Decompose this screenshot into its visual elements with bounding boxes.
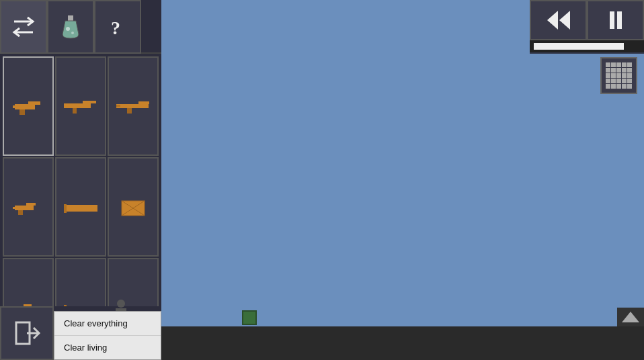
- grid-dot: [611, 62, 616, 67]
- svg-rect-5: [28, 101, 40, 105]
- svg-rect-18: [18, 210, 23, 215]
- weapon-cell-3[interactable]: [108, 56, 159, 156]
- rewind-icon: [547, 11, 570, 30]
- shotgun-icon: [63, 197, 99, 216]
- weapon-cell-4[interactable]: [3, 157, 54, 257]
- svg-rect-7: [13, 105, 17, 108]
- weapon-cell-1[interactable]: [3, 56, 54, 156]
- svg-rect-9: [83, 101, 96, 103]
- person-head: [117, 300, 125, 308]
- svg-rect-14: [127, 108, 132, 114]
- swap-icon: [11, 15, 36, 39]
- svg-point-2: [71, 32, 74, 34]
- weapon-cell-2[interactable]: [55, 56, 106, 156]
- exit-icon: [12, 318, 42, 348]
- pause-bar-2: [617, 11, 622, 29]
- svg-rect-8: [64, 103, 91, 108]
- help-button[interactable]: ?: [94, 0, 141, 54]
- grid-dot: [622, 79, 627, 83]
- svg-rect-0: [68, 15, 73, 21]
- ground: [161, 326, 644, 360]
- grid-dot: [622, 62, 627, 67]
- potion-button[interactable]: [47, 0, 94, 54]
- svg-rect-12: [116, 104, 149, 108]
- grid-toggle-button[interactable]: [600, 57, 637, 94]
- svg-text:?: ?: [111, 17, 120, 38]
- grid-dot: [627, 84, 632, 89]
- grid-icon: [606, 62, 632, 89]
- grid-dot: [606, 73, 610, 78]
- progress-bar-container: [530, 40, 644, 52]
- grid-dot: [622, 84, 627, 89]
- potion-icon: [60, 14, 81, 40]
- rewind-arrow-2: [559, 11, 570, 30]
- grid-dot: [606, 79, 610, 83]
- grid-dot: [616, 73, 621, 78]
- right-edge-icon: [620, 310, 641, 324]
- grid-dot: [606, 62, 610, 67]
- svg-point-1: [66, 27, 70, 31]
- smg-icon: [63, 97, 99, 116]
- grid-dot: [606, 68, 610, 73]
- weapon-cell-6[interactable]: [108, 157, 159, 257]
- svg-rect-15: [116, 105, 120, 107]
- ground-object: [242, 310, 257, 325]
- grid-dot: [627, 62, 632, 67]
- grid-dot: [622, 73, 627, 78]
- svg-rect-17: [26, 203, 36, 206]
- box-icon: [116, 197, 150, 217]
- help-icon: ?: [107, 14, 128, 40]
- clear-living-button[interactable]: Clear living: [54, 336, 161, 359]
- playback-buttons: [530, 0, 644, 40]
- svg-marker-33: [622, 312, 639, 322]
- grid-dot: [627, 79, 632, 83]
- grid-dot: [616, 62, 621, 67]
- clear-everything-button[interactable]: Clear everything: [54, 312, 161, 336]
- rifle-icon: [115, 97, 152, 116]
- rewind-button[interactable]: [530, 0, 587, 40]
- svg-rect-11: [64, 104, 67, 106]
- playback-controls-area: [530, 0, 644, 54]
- pause-button[interactable]: [587, 0, 644, 40]
- svg-rect-21: [64, 208, 97, 212]
- context-menu: Clear everything Clear living: [54, 311, 161, 360]
- svg-rect-19: [13, 207, 16, 209]
- grid-dot: [627, 73, 632, 78]
- right-edge-object: [617, 308, 644, 326]
- grid-dot: [611, 68, 616, 73]
- grid-dot: [616, 68, 621, 73]
- grid-dot: [622, 68, 627, 73]
- svg-rect-20: [64, 205, 97, 208]
- exit-button[interactable]: [0, 306, 54, 360]
- svg-rect-13: [138, 101, 149, 104]
- svg-rect-22: [64, 204, 67, 213]
- pause-bar-1: [610, 11, 614, 29]
- grid-dot: [627, 68, 632, 73]
- svg-rect-4: [15, 104, 35, 109]
- weapon-cell-5[interactable]: [55, 157, 106, 257]
- pistol-icon-1: [11, 96, 45, 116]
- top-toolbar: ?: [0, 0, 161, 54]
- grid-dot: [616, 79, 621, 83]
- grid-dot: [606, 84, 610, 89]
- svg-rect-10: [73, 108, 77, 114]
- grid-dot: [611, 84, 616, 89]
- rewind-arrow-1: [547, 11, 558, 30]
- pistol-icon-2: [11, 197, 45, 217]
- svg-rect-16: [15, 206, 34, 210]
- swap-button[interactable]: [0, 0, 47, 54]
- grid-dot: [616, 84, 621, 89]
- pause-icon: [610, 11, 622, 29]
- progress-bar[interactable]: [534, 43, 624, 50]
- grid-dot: [611, 73, 616, 78]
- grid-dot: [611, 79, 616, 83]
- svg-rect-6: [19, 109, 25, 115]
